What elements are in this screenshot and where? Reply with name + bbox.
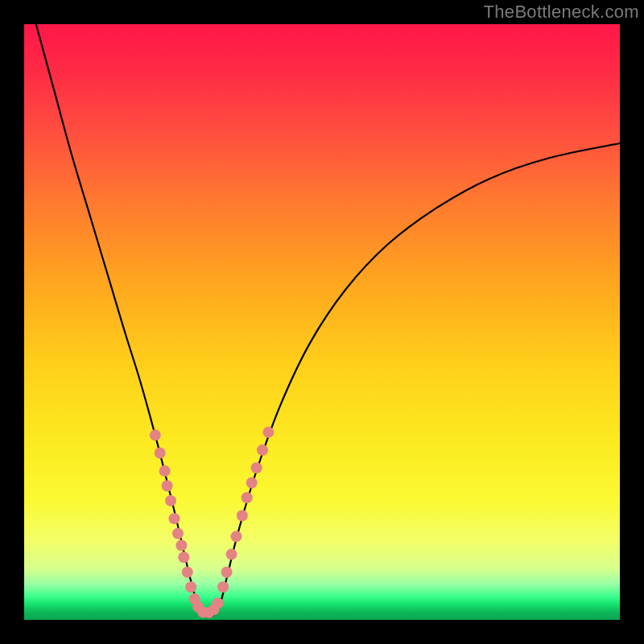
marker-dot [262, 427, 274, 438]
marker-dot [178, 551, 189, 563]
watermark-text: TheBottleneck.com [484, 2, 639, 23]
marker-dot [168, 513, 180, 524]
marker-dot [165, 495, 176, 506]
chart-frame: TheBottleneck.com [0, 0, 644, 644]
marker-dot [226, 549, 237, 560]
marker-dot [150, 430, 161, 441]
marker-dot [175, 540, 187, 551]
marker-dot [237, 510, 248, 522]
marker-dot [257, 444, 268, 456]
marker-dot [213, 597, 224, 609]
chart-svg [24, 24, 620, 620]
marker-dot [182, 567, 193, 578]
marker-dot [246, 477, 258, 489]
marker-dot [172, 528, 184, 539]
marker-dot [242, 492, 253, 503]
marker-dot [251, 462, 262, 473]
marker-dot [159, 465, 171, 477]
bottleneck-curve [36, 24, 620, 617]
highlighted-points [150, 427, 275, 618]
marker-dot [155, 448, 166, 459]
marker-dot [230, 530, 242, 542]
plot-area [24, 24, 620, 620]
marker-dot [185, 581, 196, 592]
marker-dot [162, 481, 173, 492]
marker-dot [221, 567, 233, 578]
marker-dot [217, 581, 229, 592]
